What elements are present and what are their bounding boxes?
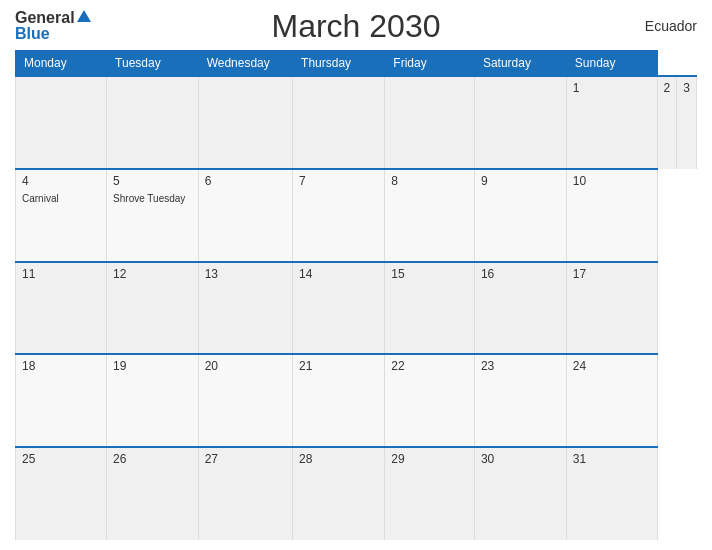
calendar-week-row: 18192021222324 <box>16 354 697 447</box>
day-number: 3 <box>683 81 690 95</box>
calendar-cell <box>474 76 566 169</box>
calendar-cell: 6 <box>198 169 292 262</box>
col-wednesday: Wednesday <box>198 51 292 77</box>
day-number: 15 <box>391 267 468 281</box>
day-number: 11 <box>22 267 100 281</box>
calendar-cell: 23 <box>474 354 566 447</box>
day-number: 31 <box>573 452 651 466</box>
day-number: 14 <box>299 267 378 281</box>
calendar-cell: 8 <box>385 169 475 262</box>
calendar-cell: 5Shrove Tuesday <box>107 169 199 262</box>
day-number: 12 <box>113 267 192 281</box>
calendar-cell: 26 <box>107 447 199 540</box>
day-number: 29 <box>391 452 468 466</box>
calendar-cell: 16 <box>474 262 566 355</box>
calendar-title: March 2030 <box>272 8 441 45</box>
col-thursday: Thursday <box>293 51 385 77</box>
calendar-cell: 17 <box>566 262 657 355</box>
calendar-cell: 27 <box>198 447 292 540</box>
event-label: Carnival <box>22 193 59 204</box>
col-sunday: Sunday <box>566 51 657 77</box>
calendar-cell: 14 <box>293 262 385 355</box>
day-number: 8 <box>391 174 468 188</box>
calendar-header-row: Monday Tuesday Wednesday Thursday Friday… <box>16 51 697 77</box>
day-number: 4 <box>22 174 100 188</box>
calendar-cell: 30 <box>474 447 566 540</box>
logo-triangle-icon <box>77 10 91 22</box>
calendar-cell-empty <box>16 76 107 169</box>
calendar-cell: 21 <box>293 354 385 447</box>
calendar-cell: 15 <box>385 262 475 355</box>
day-number: 5 <box>113 174 192 188</box>
calendar-cell: 24 <box>566 354 657 447</box>
calendar-cell: 7 <box>293 169 385 262</box>
calendar-cell: 31 <box>566 447 657 540</box>
calendar-cell: 9 <box>474 169 566 262</box>
calendar-cell <box>385 76 475 169</box>
day-number: 23 <box>481 359 560 373</box>
day-number: 28 <box>299 452 378 466</box>
calendar-cell: 10 <box>566 169 657 262</box>
day-number: 10 <box>573 174 651 188</box>
country-label: Ecuador <box>645 18 697 34</box>
day-number: 19 <box>113 359 192 373</box>
logo: General Blue <box>15 10 91 42</box>
calendar-cell: 1 <box>566 76 657 169</box>
calendar-cell <box>293 76 385 169</box>
day-number: 20 <box>205 359 286 373</box>
calendar-cell: 4Carnival <box>16 169 107 262</box>
logo-general-text: General <box>15 10 75 26</box>
header: General Blue March 2030 Ecuador <box>15 10 697 42</box>
day-number: 6 <box>205 174 286 188</box>
calendar-cell: 3 <box>677 76 697 169</box>
day-number: 9 <box>481 174 560 188</box>
calendar-table: Monday Tuesday Wednesday Thursday Friday… <box>15 50 697 540</box>
calendar-cell: 28 <box>293 447 385 540</box>
event-label: Shrove Tuesday <box>113 193 185 204</box>
calendar-cell: 25 <box>16 447 107 540</box>
calendar-cell-empty <box>107 76 199 169</box>
day-number: 22 <box>391 359 468 373</box>
col-friday: Friday <box>385 51 475 77</box>
day-number: 30 <box>481 452 560 466</box>
col-monday: Monday <box>16 51 107 77</box>
day-number: 26 <box>113 452 192 466</box>
calendar-cell: 19 <box>107 354 199 447</box>
calendar-week-row: 11121314151617 <box>16 262 697 355</box>
calendar-cell: 29 <box>385 447 475 540</box>
calendar-cell: 20 <box>198 354 292 447</box>
day-number: 13 <box>205 267 286 281</box>
col-tuesday: Tuesday <box>107 51 199 77</box>
calendar-week-row: 25262728293031 <box>16 447 697 540</box>
calendar-week-row: 4Carnival5Shrove Tuesday678910 <box>16 169 697 262</box>
calendar-week-row: 123 <box>16 76 697 169</box>
day-number: 25 <box>22 452 100 466</box>
calendar-cell: 22 <box>385 354 475 447</box>
day-number: 18 <box>22 359 100 373</box>
calendar-cell-empty <box>198 76 292 169</box>
page: General Blue March 2030 Ecuador Monday T… <box>0 0 712 550</box>
calendar-cell: 2 <box>657 76 677 169</box>
calendar-cell: 18 <box>16 354 107 447</box>
day-number: 1 <box>573 81 651 95</box>
day-number: 21 <box>299 359 378 373</box>
day-number: 24 <box>573 359 651 373</box>
day-number: 16 <box>481 267 560 281</box>
day-number: 2 <box>664 81 671 95</box>
day-number: 17 <box>573 267 651 281</box>
logo-blue-text: Blue <box>15 26 50 42</box>
col-saturday: Saturday <box>474 51 566 77</box>
calendar-cell: 11 <box>16 262 107 355</box>
day-number: 7 <box>299 174 378 188</box>
day-number: 27 <box>205 452 286 466</box>
calendar-cell: 13 <box>198 262 292 355</box>
calendar-cell: 12 <box>107 262 199 355</box>
